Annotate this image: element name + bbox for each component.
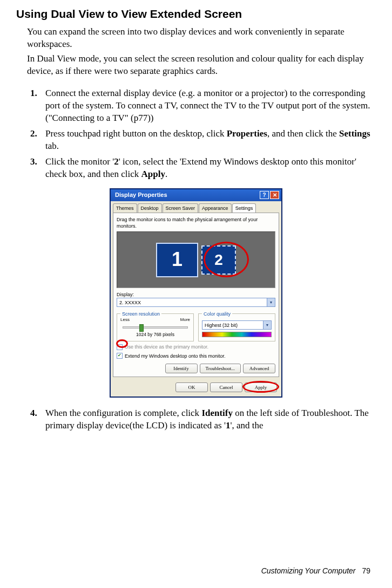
text: . xyxy=(165,169,167,179)
tab-screensaver[interactable]: Screen Saver xyxy=(163,203,199,213)
text: Press touchpad right button on the deskt… xyxy=(45,128,227,139)
screen-resolution-group: Screen resolution Less More 1024 by 768 … xyxy=(117,313,194,341)
slider-thumb[interactable] xyxy=(139,324,144,332)
dialog-bottom-buttons: OK Cancel Apply xyxy=(111,379,281,396)
primary-label: Use this device as the primary monitor. xyxy=(125,344,208,350)
extend-label: Extend my Windows desktop onto this moni… xyxy=(125,353,226,359)
primary-monitor-checkbox-row: Use this device as the primary monitor. xyxy=(117,344,275,350)
step-body: Connect the external display device (e.g… xyxy=(45,87,370,125)
extend-desktop-checkbox-row[interactable]: ✔ Extend my Windows desktop onto this mo… xyxy=(117,353,275,359)
step-body: Press touchpad right button on the deskt… xyxy=(45,128,370,153)
step-num: 4. xyxy=(30,407,45,432)
drag-hint: Drag the monitor icons to match the phys… xyxy=(117,216,275,229)
monitor-arrangement[interactable]: 1 2 xyxy=(117,231,275,288)
bold-1: 1 xyxy=(226,420,231,430)
bold-settings: Settings xyxy=(339,128,370,139)
tab-desktop[interactable]: Desktop xyxy=(138,203,162,213)
dialog-figure: Display Properties ? ✕ Themes Desktop Sc… xyxy=(22,188,370,398)
step-1: 1. Connect the external display device (… xyxy=(30,87,370,125)
step-num: 3. xyxy=(30,156,45,181)
settings-panel: Drag the monitor icons to match the phys… xyxy=(113,213,279,377)
bold-2: 2 xyxy=(114,156,119,167)
more-label: More xyxy=(180,317,190,323)
cancel-button[interactable]: Cancel xyxy=(210,382,242,392)
footer-section: Customizing Your Computer xyxy=(261,566,356,575)
step-body: When the configuration is complete, clic… xyxy=(45,407,370,432)
text: ', and the xyxy=(231,420,263,430)
color-quality-value: Highest (32 bit) xyxy=(205,322,238,329)
titlebar[interactable]: Display Properties ? ✕ xyxy=(111,189,281,201)
step-4: 4. When the configuration is complete, c… xyxy=(30,407,370,432)
colorquality-legend: Color quality xyxy=(202,311,232,317)
checkbox-primary xyxy=(117,344,123,350)
checkbox-extend[interactable]: ✔ xyxy=(117,353,123,359)
chevron-down-icon[interactable]: ▼ xyxy=(263,321,271,329)
resolution-slider[interactable] xyxy=(123,326,188,329)
tab-themes[interactable]: Themes xyxy=(113,203,137,213)
step-num: 1. xyxy=(30,87,45,125)
intro-block: You can expand the screen into two displ… xyxy=(22,26,370,78)
bold-properties: Properties xyxy=(227,128,267,139)
chevron-down-icon[interactable]: ▼ xyxy=(267,298,275,306)
advanced-button[interactable]: Advanced xyxy=(243,364,275,373)
identify-button[interactable]: Identify xyxy=(165,364,198,373)
apply-button[interactable]: Apply xyxy=(245,382,277,392)
display-label: Display: xyxy=(117,291,275,298)
page-number: 79 xyxy=(362,566,370,575)
color-quality-group: Color quality Highest (32 bit) ▼ xyxy=(198,313,275,341)
color-preview xyxy=(202,332,272,337)
page-title: Using Dual View to View Extended Screen xyxy=(16,6,370,22)
monitor-2-icon[interactable]: 2 xyxy=(201,245,236,275)
bold-identify: Identify xyxy=(201,408,233,418)
text: When the configuration is complete, clic… xyxy=(45,408,201,418)
ok-button[interactable]: OK xyxy=(175,382,208,392)
window-title: Display Properties xyxy=(115,191,167,199)
resolution-value: 1024 by 768 pixels xyxy=(120,332,190,338)
troubleshoot-button[interactable]: Troubleshoot... xyxy=(200,364,241,373)
display-dropdown[interactable]: 2. XXXXX ▼ xyxy=(117,298,275,307)
display-value: 2. XXXXX xyxy=(119,299,141,306)
step-2: 2. Press touchpad right button on the de… xyxy=(30,128,370,153)
page-footer: Customizing Your Computer 79 xyxy=(261,566,370,576)
tab-appearance[interactable]: Appearance xyxy=(199,203,232,213)
text: Click the monitor ' xyxy=(45,156,114,167)
text: , and then click the xyxy=(267,128,339,139)
monitor-1-icon[interactable]: 1 xyxy=(156,243,198,277)
intro-p1: You can expand the screen into two displ… xyxy=(27,26,370,51)
intro-p2: In Dual View mode, you can select the sc… xyxy=(27,53,370,78)
tab-settings[interactable]: Settings xyxy=(232,203,256,213)
step-body: Click the monitor '2' icon, select the '… xyxy=(45,156,370,181)
bold-apply: Apply xyxy=(141,169,165,179)
steps-list-cont: 4. When the configuration is complete, c… xyxy=(30,407,370,432)
display-properties-dialog: Display Properties ? ✕ Themes Desktop Sc… xyxy=(110,188,282,398)
steps-list: 1. Connect the external display device (… xyxy=(30,87,370,181)
color-quality-dropdown[interactable]: Highest (32 bit) ▼ xyxy=(202,320,272,330)
tabs: Themes Desktop Screen Saver Appearance S… xyxy=(111,201,281,213)
text: tab. xyxy=(45,141,59,151)
less-label: Less xyxy=(120,317,130,323)
help-icon[interactable]: ? xyxy=(260,191,269,199)
step-num: 2. xyxy=(30,128,45,153)
close-icon[interactable]: ✕ xyxy=(270,191,279,199)
step-3: 3. Click the monitor '2' icon, select th… xyxy=(30,156,370,181)
resolution-legend: Screen resolution xyxy=(120,311,161,317)
